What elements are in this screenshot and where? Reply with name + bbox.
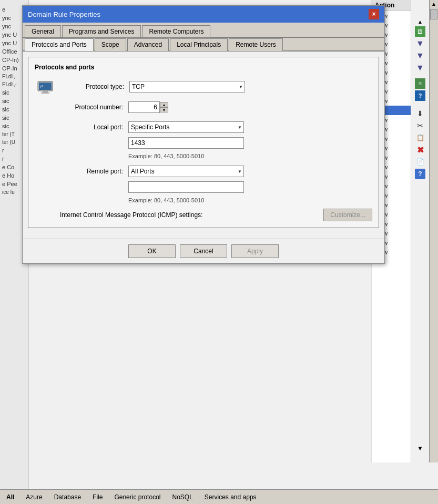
protocol-type-label: Protocol type: [61,83,129,90]
protocol-number-input[interactable] [128,101,160,113]
tab-scope[interactable]: Scope [95,38,126,51]
protocol-type-select-wrapper[interactable]: TCP UDP Any [129,81,245,92]
bottom-tab-nosql[interactable]: NoSQL [171,491,193,503]
local-port-select-wrapper[interactable]: Specific Ports All Ports Dynamic RPC Por… [128,121,244,133]
scroll-up-btn[interactable]: ▲ [417,19,423,25]
dialog-footer: OK Cancel Apply [23,239,384,263]
bottom-tab-strip: All Azure Database File Generic protocol… [0,489,438,504]
local-port-label: Local port: [60,124,128,131]
section-title: Protocols and ports [35,64,372,71]
dialog-window: Domain Rule Properties × General Program… [22,5,385,264]
bottom-tab-generic-protocol[interactable]: Generic protocol [113,491,161,503]
section-protocols-ports: Protocols and ports ⇄ Protocol type: [28,57,379,228]
dialog-content: Protocols and ports ⇄ Protocol type: [23,52,384,239]
icon-network[interactable]: 🖼 [415,26,425,37]
protocol-number-wrapper: ▲ ▼ [128,101,168,113]
local-port-hint: Example: 80, 443, 5000-5010 [128,153,372,159]
tab-local-principals[interactable]: Local Principals [170,38,228,51]
local-port-select[interactable]: Specific Ports All Ports Dynamic RPC Por… [128,121,244,133]
remote-port-input-row [35,181,372,193]
tab-strip-bottom: Protocols and Ports Scope Advanced Local… [23,38,384,52]
bottom-tab-azure[interactable]: Azure [25,491,43,503]
remote-port-select[interactable]: All Ports Specific Ports [128,166,244,177]
tab-advanced[interactable]: Advanced [127,38,169,51]
download-icon[interactable]: ⬇ [415,108,425,119]
icmp-label: Internet Control Message Protocol (ICMP)… [60,211,323,220]
icon-list[interactable]: ≡ [415,78,425,89]
apply-button[interactable]: Apply [231,244,279,258]
close-button[interactable]: × [369,9,379,19]
ok-button[interactable]: OK [128,244,176,258]
spinner-down[interactable]: ▼ [160,107,168,112]
spinner-up[interactable]: ▲ [160,102,168,107]
protocol-number-row: Protocol number: ▲ ▼ [35,101,372,113]
svg-rect-3 [41,92,49,94]
bottom-tab-database[interactable]: Database [53,491,82,503]
protocol-number-label: Protocol number: [60,104,128,111]
dialog-title: Domain Rule Properties [28,11,100,18]
tab-remote-computers[interactable]: Remote Computers [142,25,210,37]
bottom-tab-all[interactable]: All [5,491,15,503]
vertical-scrollbar[interactable]: ▲ [429,0,438,462]
customize-button[interactable]: Customize... [323,209,372,221]
bottom-tab-services-apps[interactable]: Services and apps [203,491,258,503]
tab-remote-users[interactable]: Remote Users [229,38,283,51]
local-port-input[interactable] [128,137,244,149]
remote-port-hint: Example: 80, 443, 5000-5010 [128,197,372,203]
scroll-down-btn[interactable]: ▼ [417,445,423,452]
tab-general[interactable]: General [25,25,61,37]
remote-port-row: Remote port: All Ports Specific Ports [35,166,372,177]
protocol-type-row: ⇄ Protocol type: TCP UDP Any [35,76,372,97]
filter-icon-1[interactable]: ▼ [415,38,425,49]
svg-rect-2 [43,91,48,92]
delete-icon[interactable]: ✖ [415,145,425,155]
icmp-row: Internet Control Message Protocol (ICMP)… [35,209,372,221]
remote-port-input[interactable] [128,181,244,193]
copy-icon[interactable]: 📋 [415,132,425,143]
cancel-button[interactable]: Cancel [180,244,227,258]
filter-icon-2[interactable]: ▼ [415,50,425,61]
properties-icon[interactable]: 📄 [415,157,425,167]
tab-protocols-ports[interactable]: Protocols and Ports [25,38,94,51]
dialog-titlebar: Domain Rule Properties × [23,6,384,23]
protocol-type-select[interactable]: TCP UDP Any [129,81,245,92]
scissors-icon[interactable]: ✂ [415,120,425,131]
remote-port-select-wrapper[interactable]: All Ports Specific Ports [128,166,244,177]
svg-text:⇄: ⇄ [40,84,44,89]
spinner-buttons: ▲ ▼ [160,102,168,112]
tab-programs-services[interactable]: Programs and Services [62,25,141,37]
network-icon: ⇄ [35,76,56,97]
icon-question-1[interactable]: ? [415,90,425,101]
local-port-row: Local port: Specific Ports All Ports Dyn… [35,121,372,133]
local-port-input-row [35,137,372,149]
filter-icon-3[interactable]: ▼ [415,63,425,73]
tab-strip-top: General Programs and Services Remote Com… [23,23,384,38]
bottom-tab-file[interactable]: File [91,491,104,503]
help-icon[interactable]: ? [415,169,425,179]
remote-port-label: Remote port: [60,168,128,175]
scroll-thumb[interactable] [430,9,437,19]
